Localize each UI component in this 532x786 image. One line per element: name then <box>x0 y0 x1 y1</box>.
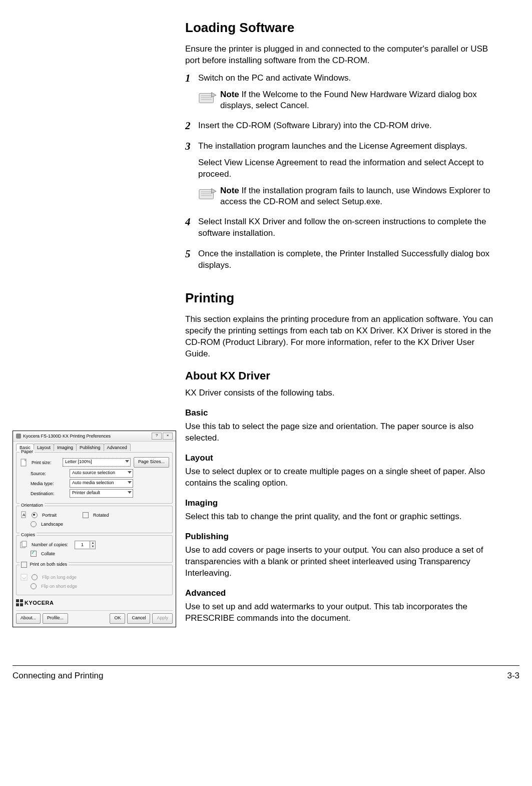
step-5: 5 Once the installation is complete, the… <box>185 248 498 276</box>
spin-down[interactable]: ▾ <box>90 545 95 548</box>
label-flip-short: Flip on short edge <box>41 584 77 589</box>
ok-button[interactable]: OK <box>110 613 125 624</box>
step-5-text: Once the installation is complete, the P… <box>198 248 498 271</box>
label-collate: Collate <box>41 551 55 556</box>
group-copies-title: Copies <box>20 532 37 537</box>
label-rotated: Rotated <box>93 513 109 518</box>
group-paper-title: Paper <box>20 449 35 454</box>
step-number: 5 <box>185 248 198 276</box>
step-number: 2 <box>185 120 198 137</box>
copies-value: 1 <box>75 542 90 547</box>
radio-flip-long <box>32 574 38 580</box>
group-copies: Copies Number of copies: 1 ▴▾ Collate <box>16 535 173 563</box>
dialog-title: Kyocera FS-1300D KX Printing Preferences <box>23 434 111 439</box>
svg-rect-15 <box>20 599 23 602</box>
label-landscape: Landscape <box>41 522 63 527</box>
orientation-icon: A <box>20 511 29 520</box>
svg-rect-13 <box>21 574 27 580</box>
close-button[interactable]: × <box>163 433 173 440</box>
note-2: Note If the installation program fails t… <box>198 185 498 207</box>
heading-printing: Printing <box>185 290 498 306</box>
about-button[interactable]: About... <box>16 613 41 624</box>
printing-intro: This section explains the printing proce… <box>185 314 498 360</box>
page-sizes-button[interactable]: Page Sizes... <box>134 457 169 468</box>
combo-source[interactable]: Auto source selection <box>70 469 133 478</box>
subhead-basic: Basic <box>185 408 498 418</box>
step-2: 2 Insert the CD-ROM (Software Library) i… <box>185 120 498 137</box>
imaging-text: Select this tab to change the print qual… <box>185 511 498 523</box>
dialog-titlebar: Kyocera FS-1300D KX Printing Preferences… <box>13 431 176 442</box>
step-number: 4 <box>185 216 198 244</box>
step-4: 4 Select Install KX Driver and follow th… <box>185 216 498 244</box>
tab-layout[interactable]: Layout <box>34 444 54 451</box>
group-orientation-title: Orientation <box>20 503 45 508</box>
paper-icon <box>20 458 29 467</box>
apply-button[interactable]: Apply <box>152 613 173 624</box>
step-number: 1 <box>185 73 198 116</box>
logo-icon <box>16 599 23 606</box>
tab-publishing[interactable]: Publishing <box>76 444 104 451</box>
footer-right: 3-3 <box>507 671 519 681</box>
checkbox-rotated[interactable] <box>83 512 89 518</box>
svg-rect-16 <box>16 603 19 606</box>
checkbox-collate[interactable] <box>31 551 37 557</box>
step-1-text: Switch on the PC and activate Windows. <box>198 73 498 84</box>
radio-landscape[interactable] <box>31 521 37 527</box>
radio-portrait[interactable] <box>32 512 38 518</box>
tab-advanced[interactable]: Advanced <box>104 444 131 451</box>
combo-destination[interactable]: Printer default <box>70 489 133 498</box>
svg-text:A: A <box>23 513 26 517</box>
subhead-publishing: Publishing <box>185 532 498 542</box>
help-button[interactable]: ? <box>152 433 162 440</box>
group-duplex: Print on both sides Flip on long edge Fl… <box>16 565 173 595</box>
cancel-button[interactable]: Cancel <box>127 613 150 624</box>
step-3a-text: The installation program launches and th… <box>198 141 498 152</box>
group-paper: Paper Print size: Letter [100%] Page Siz… <box>16 452 173 504</box>
label-print-size: Print size: <box>32 460 60 465</box>
radio-flip-short <box>31 583 37 589</box>
note-1: Note If the Welcome to the Found New Har… <box>198 89 498 111</box>
tab-imaging[interactable]: Imaging <box>54 444 77 451</box>
label-source: Source: <box>20 471 67 476</box>
note-2-text: Note If the installation program fails t… <box>220 185 498 207</box>
label-num-copies: Number of copies: <box>32 542 72 547</box>
label-destination: Destination: <box>20 491 67 496</box>
checkbox-duplex[interactable] <box>21 562 27 568</box>
spinner-copies[interactable]: 1 ▴▾ <box>75 541 96 549</box>
basic-text: Use this tab to select the page size and… <box>185 421 498 444</box>
note-icon <box>198 186 217 201</box>
page-footer: Connecting and Printing 3-3 <box>13 665 519 681</box>
printing-preferences-dialog: Kyocera FS-1300D KX Printing Preferences… <box>13 431 176 627</box>
heading-loading-software: Loading Software <box>185 20 498 36</box>
step-1: 1 Switch on the PC and activate Windows.… <box>185 73 498 116</box>
svg-rect-12 <box>22 541 27 547</box>
svg-rect-14 <box>16 599 19 602</box>
loading-software-intro: Ensure the printer is plugged in and con… <box>185 44 498 67</box>
kyocera-logo: KYOCERA <box>16 597 173 608</box>
layout-text: Use to select duplex or to create multip… <box>185 466 498 489</box>
copies-icon <box>20 540 29 549</box>
duplex-icon <box>20 573 29 582</box>
note-icon <box>198 90 217 105</box>
subhead-imaging: Imaging <box>185 498 498 508</box>
step-number: 3 <box>185 141 198 212</box>
group-duplex-title: Print on both sides <box>30 562 68 567</box>
footer-left: Connecting and Printing <box>13 671 103 681</box>
profile-button[interactable]: Profile... <box>43 613 68 624</box>
advanced-text: Use to set up and add watermarks to your… <box>185 601 498 624</box>
svg-rect-17 <box>20 603 23 606</box>
subhead-advanced: Advanced <box>185 588 498 598</box>
note-1-text: Note If the Welcome to the Found New Har… <box>220 89 498 111</box>
heading-about-kx: About KX Driver <box>185 369 498 382</box>
window-icon <box>16 434 21 439</box>
kx-intro: KX Driver consists of the following tabs… <box>185 387 498 399</box>
label-portrait: Portrait <box>42 513 57 518</box>
group-orientation: Orientation A Portrait Rotated Landscape <box>16 506 173 533</box>
step-3b-text: Select View License Agreement to read th… <box>198 157 498 180</box>
combo-media-type[interactable]: Auto media selection <box>70 479 133 488</box>
step-4-text: Select Install KX Driver and follow the … <box>198 216 498 239</box>
step-3: 3 The installation program launches and … <box>185 141 498 212</box>
combo-print-size[interactable]: Letter [100%] <box>63 458 131 467</box>
subhead-layout: Layout <box>185 453 498 463</box>
spin-up[interactable]: ▴ <box>90 541 95 545</box>
